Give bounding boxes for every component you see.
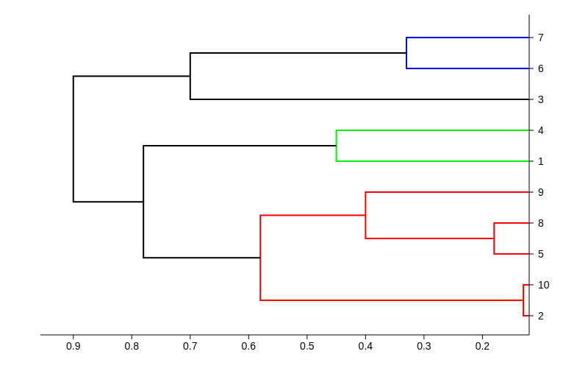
dendrogram-plot: 0.90.80.70.60.50.40.30.276341985102 xyxy=(0,0,588,368)
dendro-link xyxy=(74,77,190,202)
leaf-label: 6 xyxy=(538,63,544,74)
axes: 0.90.80.70.60.50.40.30.276341985102 xyxy=(40,15,550,352)
dendro-link xyxy=(143,146,336,258)
leaf-label: 1 xyxy=(538,155,544,167)
dendro-link xyxy=(365,192,529,238)
leaf-label: 4 xyxy=(538,124,544,136)
x-tick-label: 0.9 xyxy=(66,340,81,352)
leaf-label: 7 xyxy=(538,32,544,43)
dendro-link xyxy=(406,38,529,68)
dendro-link xyxy=(523,285,529,316)
x-tick-label: 0.4 xyxy=(359,340,373,352)
leaf-label: 2 xyxy=(538,310,544,322)
dendro-link xyxy=(190,53,529,99)
leaf-label: 10 xyxy=(538,279,550,291)
x-tick-label: 0.2 xyxy=(476,340,490,352)
plot-area xyxy=(74,38,529,316)
x-tick-label: 0.8 xyxy=(125,340,140,352)
x-tick-label: 0.3 xyxy=(417,340,431,352)
dendro-link xyxy=(494,223,529,254)
x-tick-label: 0.5 xyxy=(300,340,315,352)
x-tick-label: 0.7 xyxy=(183,340,198,352)
x-tick-label: 0.6 xyxy=(242,340,257,352)
leaf-label: 3 xyxy=(538,93,544,105)
leaf-label: 5 xyxy=(538,248,544,260)
dendro-link xyxy=(337,130,529,161)
leaf-label: 8 xyxy=(538,217,544,229)
leaf-label: 9 xyxy=(538,186,544,198)
dendro-link xyxy=(260,216,523,301)
